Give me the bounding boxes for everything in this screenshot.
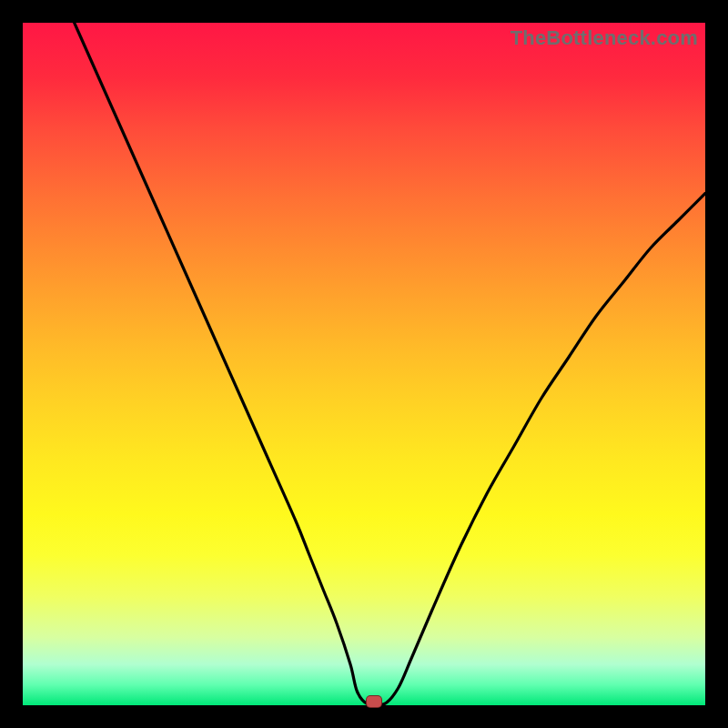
- curve-svg: [23, 23, 705, 705]
- optimal-point-marker: [366, 695, 382, 708]
- attribution-watermark: TheBottleneck.com: [511, 26, 698, 50]
- chart-container: TheBottleneck.com: [0, 0, 728, 728]
- bottleneck-curve: [23, 23, 705, 705]
- plot-area: TheBottleneck.com: [23, 23, 705, 705]
